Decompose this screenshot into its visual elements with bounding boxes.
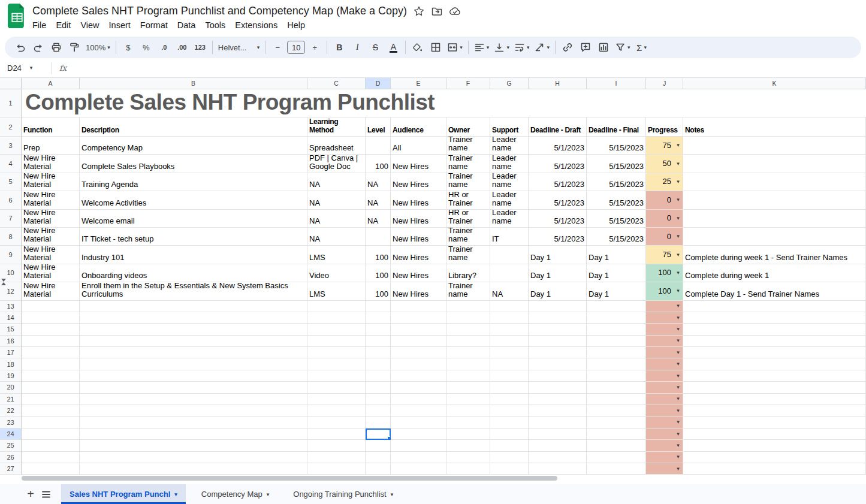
- menu-extensions[interactable]: Extensions: [230, 19, 282, 32]
- cell-K13[interactable]: [683, 301, 866, 312]
- cell-C25[interactable]: [307, 440, 366, 451]
- move-folder-icon[interactable]: [431, 5, 443, 17]
- number-format-button[interactable]: 123: [192, 39, 209, 56]
- row-header-26[interactable]: 26: [0, 452, 22, 463]
- cell-D2[interactable]: Level: [366, 117, 391, 137]
- cell-J24[interactable]: ▾: [646, 428, 683, 440]
- progress-dropdown-icon[interactable]: ▾: [674, 327, 683, 332]
- sheet-tab-competency-map[interactable]: Competency Map ▾: [193, 484, 277, 504]
- cell-B2[interactable]: Description: [80, 117, 307, 137]
- cell-H17[interactable]: [529, 347, 587, 358]
- cell-G15[interactable]: [490, 324, 529, 335]
- row-header-21[interactable]: 21: [0, 394, 22, 405]
- cell-J4[interactable]: 50▾: [646, 155, 683, 173]
- cell-K16[interactable]: [683, 336, 866, 347]
- cell-E25[interactable]: [391, 440, 446, 451]
- cell-I17[interactable]: [587, 347, 646, 358]
- cell-K23[interactable]: [683, 417, 866, 428]
- cell-E20[interactable]: [391, 382, 446, 393]
- cell-C3[interactable]: Spreadsheet: [307, 137, 366, 155]
- cell-A21[interactable]: [22, 394, 80, 405]
- cell-E12[interactable]: New Hires: [391, 282, 446, 300]
- cell-K14[interactable]: [683, 312, 866, 324]
- cell-C15[interactable]: [307, 324, 366, 335]
- cell-A25[interactable]: [22, 440, 80, 451]
- cell-G10[interactable]: [490, 264, 529, 282]
- cell-B8[interactable]: IT Ticket - tech setup: [80, 228, 307, 246]
- horizontal-align-button[interactable]: ▾: [472, 39, 491, 56]
- cell-H12[interactable]: Day 1: [529, 282, 587, 300]
- cell-C23[interactable]: [307, 417, 366, 428]
- menu-help[interactable]: Help: [282, 19, 310, 32]
- zoom-dropdown[interactable]: 100% ▾: [84, 39, 112, 56]
- cell-D5[interactable]: NA: [366, 173, 391, 191]
- text-color-button[interactable]: A: [385, 39, 402, 56]
- cell-H10[interactable]: Day 1: [529, 264, 587, 282]
- row-header-19[interactable]: 19: [0, 370, 22, 382]
- cell-I21[interactable]: [587, 394, 646, 405]
- cell-G23[interactable]: [490, 417, 529, 428]
- cell-H3[interactable]: 5/1/2023: [529, 137, 587, 155]
- cell-E8[interactable]: New Hires: [391, 228, 446, 246]
- cell-H5[interactable]: 5/1/2023: [529, 173, 587, 191]
- cell-K3[interactable]: [683, 137, 866, 155]
- cell-H7[interactable]: 5/1/2023: [529, 210, 587, 228]
- cell-K26[interactable]: [683, 452, 866, 463]
- progress-dropdown-icon[interactable]: ▾: [674, 373, 683, 379]
- cell-B15[interactable]: [80, 324, 307, 335]
- cell-K19[interactable]: [683, 370, 866, 382]
- cell-H4[interactable]: 5/1/2023: [529, 155, 587, 173]
- cell-K7[interactable]: [683, 210, 866, 228]
- name-box[interactable]: D24 ▾: [0, 59, 52, 77]
- cell-B3[interactable]: Competency Map: [80, 137, 307, 155]
- cell-D13[interactable]: [366, 301, 391, 312]
- cell-F13[interactable]: [446, 301, 490, 312]
- cell-E22[interactable]: [391, 405, 446, 417]
- cell-C4[interactable]: PDF | Canva | Google Doc: [307, 155, 366, 173]
- text-rotation-button[interactable]: ▾: [532, 39, 551, 56]
- cell-C21[interactable]: [307, 394, 366, 405]
- cell-F25[interactable]: [446, 440, 490, 451]
- decrease-font-size-button[interactable]: −: [269, 39, 286, 56]
- menu-view[interactable]: View: [76, 19, 104, 32]
- cell-D21[interactable]: [366, 394, 391, 405]
- cell-H23[interactable]: [529, 417, 587, 428]
- sheet-tab-sales-nht-program-punchlist[interactable]: Sales NHT Program Punchl ▾: [61, 484, 186, 504]
- cell-K21[interactable]: [683, 394, 866, 405]
- text-wrap-button[interactable]: ▾: [512, 39, 532, 56]
- cell-K9[interactable]: Complete during week 1 - Send Trainer Na…: [683, 246, 866, 264]
- select-all-corner[interactable]: [0, 78, 22, 89]
- cell-K5[interactable]: [683, 173, 866, 191]
- cell-B20[interactable]: [80, 382, 307, 393]
- cell-F12[interactable]: Trainer name: [446, 282, 490, 300]
- cell-G3[interactable]: Leader name: [490, 137, 529, 155]
- row-header-24[interactable]: 24: [0, 428, 22, 440]
- cell-C18[interactable]: [307, 358, 366, 370]
- redo-button[interactable]: [30, 39, 47, 56]
- cell-H15[interactable]: [529, 324, 587, 335]
- cell-D18[interactable]: [366, 358, 391, 370]
- menu-format[interactable]: Format: [135, 19, 173, 32]
- cell-I2[interactable]: Deadline - Final: [587, 117, 646, 137]
- cell-D23[interactable]: [366, 417, 391, 428]
- cell-I20[interactable]: [587, 382, 646, 393]
- cell-B7[interactable]: Welcome email: [80, 210, 307, 228]
- cell-A7[interactable]: New Hire Material: [22, 210, 80, 228]
- cell-G20[interactable]: [490, 382, 529, 393]
- cell-H2[interactable]: Deadline - Draft: [529, 117, 587, 137]
- cell-H26[interactable]: [529, 452, 587, 463]
- cell-H21[interactable]: [529, 394, 587, 405]
- progress-dropdown-icon[interactable]: ▾: [674, 338, 683, 343]
- cell-J5[interactable]: 25▾: [646, 173, 683, 191]
- cell-K24[interactable]: [683, 428, 866, 440]
- cell-B5[interactable]: Training Agenda: [80, 173, 307, 191]
- cell-F24[interactable]: [446, 428, 490, 440]
- cell-C27[interactable]: [307, 463, 366, 475]
- cell-C13[interactable]: [307, 301, 366, 312]
- decrease-decimal-button[interactable]: .0: [156, 39, 173, 56]
- cell-G25[interactable]: [490, 440, 529, 451]
- row-header-6[interactable]: 6: [0, 191, 22, 209]
- cell-C5[interactable]: NA: [307, 173, 366, 191]
- cell-A3[interactable]: Prep: [22, 137, 80, 155]
- cell-I14[interactable]: [587, 312, 646, 324]
